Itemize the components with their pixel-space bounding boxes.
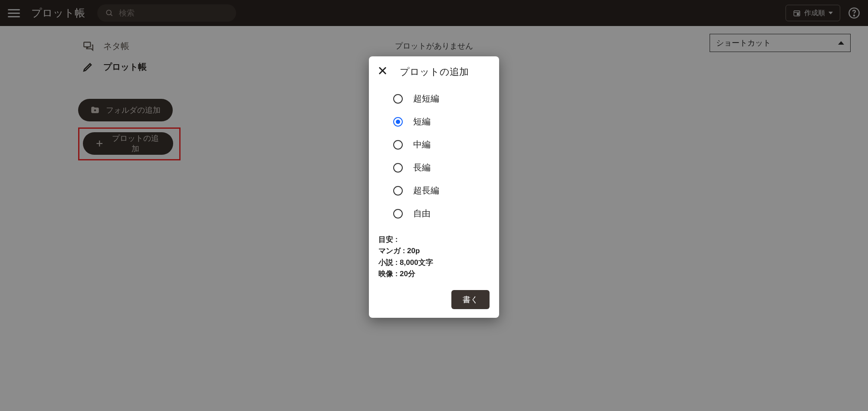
- option-short[interactable]: 短編: [393, 116, 490, 127]
- radio-icon: [393, 163, 403, 173]
- radio-icon: [393, 209, 403, 219]
- guide-heading: 目安 :: [378, 234, 490, 245]
- radio-icon: [393, 140, 403, 150]
- option-label: 中編: [413, 139, 431, 150]
- radio-icon: [393, 186, 403, 196]
- option-label: 自由: [413, 208, 431, 219]
- add-plot-dialog: プロットの追加 超短編 短編 中編 長編 超長編 自由 目安 : マンガ : 2: [369, 56, 499, 318]
- option-label: 長編: [413, 162, 431, 173]
- option-very-short[interactable]: 超短編: [393, 93, 490, 104]
- guide-manga: マンガ : 20p: [378, 245, 490, 257]
- guide-novel: 小説 : 8,000文字: [378, 257, 490, 268]
- close-icon[interactable]: [377, 65, 388, 76]
- option-label: 超短編: [413, 93, 439, 104]
- length-guide: 目安 : マンガ : 20p 小説 : 8,000文字 映像 : 20分: [378, 234, 490, 280]
- write-button[interactable]: 書く: [451, 290, 490, 309]
- option-label: 短編: [413, 116, 431, 127]
- option-label: 超長編: [413, 185, 439, 196]
- option-free[interactable]: 自由: [393, 208, 490, 219]
- option-very-long[interactable]: 超長編: [393, 185, 490, 196]
- guide-video: 映像 : 20分: [378, 268, 490, 280]
- dialog-title: プロットの追加: [378, 65, 490, 78]
- length-options: 超短編 短編 中編 長編 超長編 自由: [378, 93, 490, 219]
- radio-icon: [393, 117, 403, 127]
- option-long[interactable]: 長編: [393, 162, 490, 173]
- option-medium[interactable]: 中編: [393, 139, 490, 150]
- radio-icon: [393, 94, 403, 104]
